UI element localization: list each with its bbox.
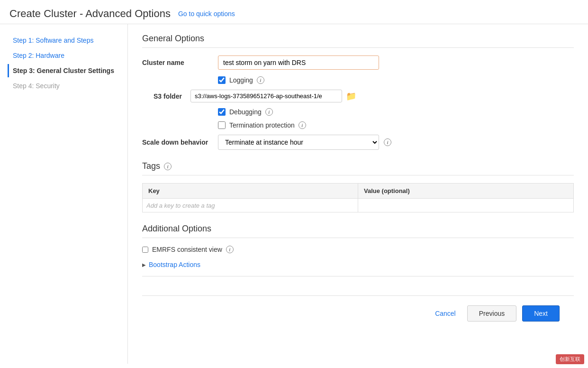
general-options-section: General Options Cluster name Logging i S… [142, 34, 574, 150]
page-header: Create Cluster - Advanced Options Go to … [0, 0, 588, 24]
s3-folder-row: S3 folder 📁 [154, 90, 574, 102]
key-cell [143, 199, 358, 212]
triangle-icon: ▶ [142, 262, 146, 267]
emrfs-row: EMRFS consistent view i [142, 246, 574, 253]
termination-protection-row: Termination protection i [218, 121, 574, 129]
scale-down-select[interactable]: Terminate at instance hour Terminate at … [218, 135, 379, 150]
tags-info-icon: i [164, 163, 172, 170]
termination-protection-label: Termination protection [229, 121, 295, 129]
additional-options-section: Additional Options EMRFS consistent view… [142, 224, 574, 276]
termination-protection-checkbox[interactable] [218, 121, 226, 129]
tags-table: Key Value (optional) [142, 183, 574, 212]
page-title: Create Cluster - Advanced Options [9, 8, 171, 20]
emrfs-info-icon: i [226, 246, 234, 253]
value-column-header: Value (optional) [358, 184, 574, 199]
tags-section: Tags i Key Value (optional) [142, 161, 574, 212]
folder-icon[interactable]: 📁 [346, 91, 356, 101]
footer-actions: Cancel Previous Next [142, 295, 574, 331]
logging-checkbox[interactable] [218, 76, 226, 84]
cluster-name-label: Cluster name [142, 59, 218, 66]
scale-down-info-icon: i [384, 138, 391, 146]
previous-button[interactable]: Previous [467, 305, 516, 322]
sidebar-item-step1[interactable]: Step 1: Software and Steps [8, 34, 120, 47]
quick-options-link[interactable]: Go to quick options [178, 10, 235, 18]
sidebar: Step 1: Software and Steps Step 2: Hardw… [0, 24, 128, 364]
s3-folder-input[interactable] [190, 90, 342, 102]
cluster-name-input[interactable] [218, 55, 379, 70]
scale-down-label: Scale down behavior [142, 138, 218, 146]
sidebar-item-step2[interactable]: Step 2: Hardware [8, 49, 120, 62]
emrfs-checkbox[interactable] [142, 247, 148, 253]
cluster-name-row: Cluster name [142, 55, 574, 70]
cancel-button[interactable]: Cancel [429, 306, 461, 321]
watermark: 创新互联 [556, 354, 584, 364]
logging-info-icon: i [257, 76, 264, 84]
logging-row: Logging i [218, 76, 574, 84]
sidebar-item-step3: Step 3: General Cluster Settings [8, 64, 120, 77]
emrfs-label: EMRFS consistent view [152, 246, 222, 253]
value-cell [358, 199, 574, 212]
sidebar-item-step4: Step 4: Security [8, 79, 120, 92]
bootstrap-actions-row[interactable]: ▶ Bootstrap Actions [142, 261, 574, 276]
debugging-info-icon: i [265, 108, 273, 116]
tags-header-row: Key Value (optional) [143, 184, 574, 199]
additional-options-title: Additional Options [142, 224, 574, 238]
tags-title: Tags i [142, 161, 574, 175]
bootstrap-actions-label: Bootstrap Actions [149, 261, 200, 268]
tags-input-row [143, 199, 574, 212]
debugging-label: Debugging [229, 108, 262, 116]
key-column-header: Key [143, 184, 358, 199]
debugging-checkbox[interactable] [218, 108, 226, 116]
scale-down-row: Scale down behavior Terminate at instanc… [142, 135, 574, 150]
tag-key-input[interactable] [146, 202, 354, 209]
logging-label: Logging [229, 76, 253, 84]
debugging-row: Debugging i [218, 108, 574, 116]
next-button[interactable]: Next [522, 305, 560, 322]
s3-folder-label: S3 folder [154, 92, 187, 100]
general-options-title: General Options [142, 34, 574, 48]
main-content: General Options Cluster name Logging i S… [128, 24, 588, 364]
termination-info-icon: i [299, 121, 306, 129]
tag-value-input[interactable] [362, 202, 570, 209]
